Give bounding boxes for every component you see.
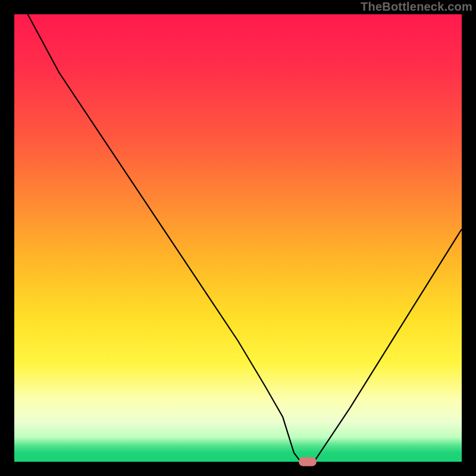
optimal-marker (299, 458, 317, 466)
attribution-label: TheBottleneck.com (361, 0, 472, 14)
chart-plot-area (14, 14, 462, 462)
bottleneck-curve (14, 14, 462, 462)
